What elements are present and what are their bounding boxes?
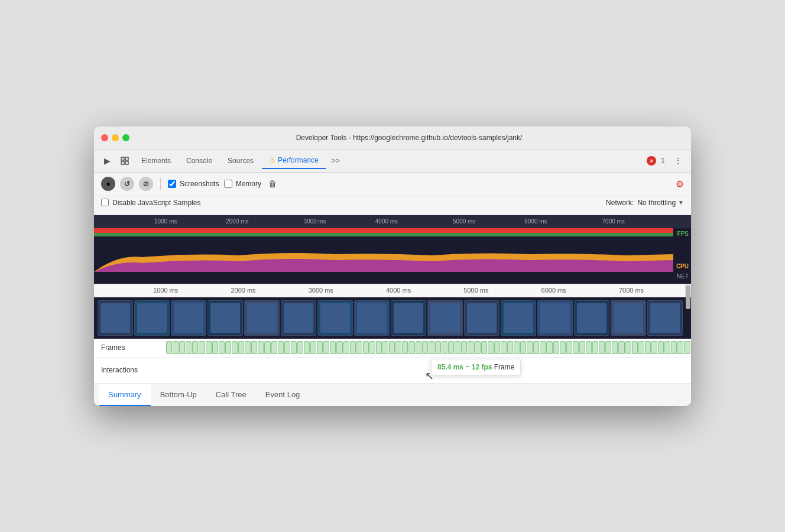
frame-block[interactable]	[579, 341, 585, 354]
frame-block[interactable]	[395, 341, 401, 354]
tab-elements[interactable]: Elements	[134, 153, 178, 168]
frame-block[interactable]	[488, 341, 494, 354]
frame-block[interactable]	[369, 341, 375, 354]
timeline-scrollbar[interactable]	[685, 284, 691, 297]
frame-block[interactable]	[625, 341, 631, 354]
frame-block[interactable]	[507, 341, 513, 354]
tab-console[interactable]: Console	[179, 153, 219, 168]
frame-block[interactable]	[546, 341, 552, 354]
frame-block[interactable]	[350, 341, 356, 354]
frame-block[interactable]	[251, 341, 257, 354]
frame-block[interactable]	[442, 341, 447, 354]
frame-block[interactable]	[494, 341, 500, 354]
tab-performance[interactable]: ⚠Performance	[262, 153, 326, 169]
frame-block[interactable]	[343, 341, 349, 354]
frame-block[interactable]	[573, 341, 579, 354]
cursor-tool-icon[interactable]: ▶	[99, 153, 115, 169]
frame-block[interactable]	[638, 341, 644, 354]
tab-more[interactable]: >>	[327, 153, 345, 168]
disable-js-setting[interactable]: Disable JavaScript Samples	[101, 199, 200, 207]
memory-checkbox[interactable]	[224, 180, 232, 188]
maximize-button[interactable]	[122, 134, 129, 141]
frame-block[interactable]	[310, 341, 316, 354]
frame-block[interactable]	[402, 341, 408, 354]
network-select[interactable]: No throttling ▼	[637, 199, 684, 207]
frame-block[interactable]	[238, 341, 244, 354]
frame-block[interactable]	[179, 341, 185, 354]
frame-block[interactable]	[192, 341, 198, 354]
frame-block[interactable]	[323, 341, 329, 354]
frame-block[interactable]	[284, 341, 290, 354]
frame-block[interactable]	[592, 341, 598, 354]
frame-block[interactable]	[664, 341, 670, 354]
frame-block[interactable]	[232, 341, 238, 354]
gear-icon[interactable]: ⚙	[676, 179, 684, 190]
frame-block[interactable]	[553, 341, 559, 354]
screenshots-toggle[interactable]: Screenshots	[168, 180, 219, 188]
frame-block[interactable]	[632, 341, 638, 354]
frame-block[interactable]	[684, 341, 690, 354]
close-button[interactable]	[101, 134, 108, 141]
tab-event-log[interactable]: Event Log	[256, 384, 310, 406]
frame-block[interactable]	[533, 341, 539, 354]
frame-block[interactable]	[199, 341, 205, 354]
frame-block[interactable]	[435, 341, 441, 354]
frame-block[interactable]	[651, 341, 657, 354]
inspect-icon[interactable]	[116, 153, 133, 169]
frame-block[interactable]	[264, 341, 270, 354]
frame-block[interactable]	[671, 341, 677, 354]
frame-block[interactable]	[461, 341, 467, 354]
frame-block[interactable]	[317, 341, 323, 354]
frame-block[interactable]	[429, 341, 434, 354]
tab-summary[interactable]: Summary	[99, 384, 151, 406]
minimize-button[interactable]	[112, 134, 119, 141]
frame-block[interactable]	[212, 341, 218, 354]
frame-block[interactable]	[297, 341, 303, 354]
frame-block[interactable]	[336, 341, 342, 354]
frame-block[interactable]	[618, 341, 624, 354]
frame-block[interactable]	[605, 341, 611, 354]
frame-block[interactable]	[560, 341, 566, 354]
frame-block[interactable]	[186, 341, 192, 354]
scrollbar-thumb[interactable]	[686, 286, 690, 309]
frame-block[interactable]	[225, 341, 231, 354]
screenshots-checkbox[interactable]	[168, 180, 176, 188]
record-button[interactable]: ●	[101, 177, 115, 191]
frame-block[interactable]	[271, 341, 277, 354]
frame-block[interactable]	[376, 341, 382, 354]
disable-js-checkbox[interactable]	[101, 199, 109, 206]
frame-block[interactable]	[245, 341, 251, 354]
trash-icon[interactable]: 🗑	[268, 179, 277, 189]
frame-block[interactable]	[527, 341, 533, 354]
frame-block[interactable]	[416, 341, 421, 354]
frame-block[interactable]	[586, 341, 592, 354]
frame-block[interactable]	[422, 341, 428, 354]
frame-block[interactable]	[520, 341, 526, 354]
frame-block[interactable]	[382, 341, 388, 354]
frame-block[interactable]	[468, 341, 473, 354]
frame-block[interactable]	[304, 341, 310, 354]
frame-block[interactable]	[166, 341, 172, 354]
frame-block[interactable]	[389, 341, 395, 354]
frame-block[interactable]	[219, 341, 225, 354]
frame-block[interactable]	[291, 341, 297, 354]
frame-block[interactable]	[540, 341, 546, 354]
frame-block[interactable]	[278, 341, 284, 354]
frame-block[interactable]	[448, 341, 454, 354]
reload-button[interactable]: ↺	[120, 177, 134, 191]
frame-block[interactable]	[455, 341, 460, 354]
frame-block[interactable]	[258, 341, 264, 354]
frame-block[interactable]	[330, 341, 336, 354]
frame-block[interactable]	[363, 341, 369, 354]
memory-toggle[interactable]: Memory	[224, 180, 261, 188]
frame-block[interactable]	[677, 341, 683, 354]
frame-block[interactable]	[658, 341, 664, 354]
frame-block[interactable]	[173, 341, 179, 354]
clear-button[interactable]: ⊘	[139, 177, 153, 191]
tab-sources[interactable]: Sources	[220, 153, 261, 168]
frame-block[interactable]	[566, 341, 572, 354]
frame-block[interactable]	[474, 341, 480, 354]
frame-block[interactable]	[501, 341, 507, 354]
frame-block[interactable]	[481, 341, 487, 354]
frame-block[interactable]	[408, 341, 414, 354]
